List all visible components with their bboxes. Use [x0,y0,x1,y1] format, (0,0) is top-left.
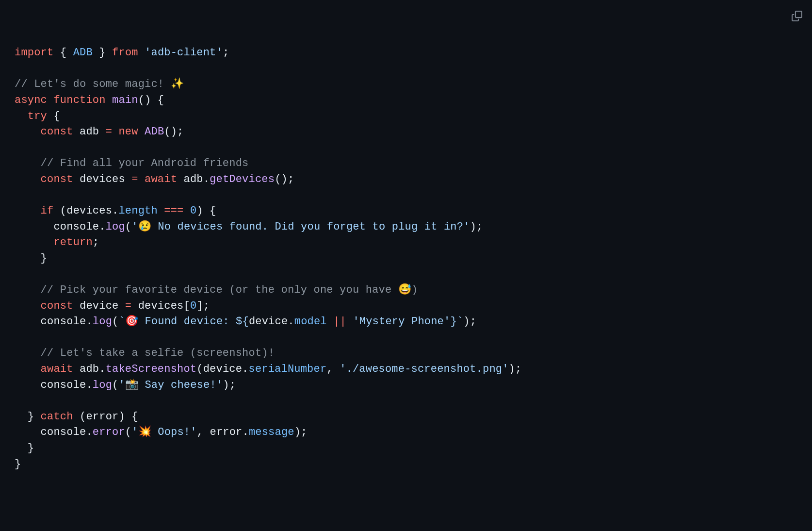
code-line-18: console.log(`🎯 Found device: ${device.mo… [15,315,476,328]
code-line-16: // Pick your favorite device (or the onl… [15,284,418,296]
copy-icon [785,3,803,30]
code-line-12: console.log('😢 No devices found. Did you… [15,221,483,233]
code-line-20: // Let's take a selfie (screenshot)! [15,347,275,359]
code-line-24: } catch (error) { [15,411,138,423]
code-line-03: // Let's do some magic! ✨ [15,78,184,90]
code-line-13: return; [15,236,99,249]
code-line-22: console.log('📸 Say cheese!'); [15,379,236,391]
code-line-17: const device = devices[0]; [15,300,210,312]
code-line-14: } [15,252,47,265]
code-line-09: const devices = await adb.getDevices(); [15,173,294,185]
copy-button[interactable] [785,8,802,25]
code-line-27: } [15,458,21,470]
code-line-25: console.error('💥 Oops!', error.message); [15,426,308,438]
code-line-08: // Find all your Android friends [15,157,248,169]
code-line-26: } [15,442,34,454]
code-line-21: await adb.takeScreenshot(device.serialNu… [15,363,521,375]
code-line-04: async function main() { [15,94,164,106]
code-line-06: const adb = new ADB(); [15,126,184,138]
code-line-01: import { ADB } from 'adb-client'; [15,47,229,59]
code-line-05: try { [15,110,60,122]
code-block: import { ADB } from 'adb-client'; // Let… [0,0,812,531]
code-line-11: if (devices.length === 0) { [15,205,216,217]
